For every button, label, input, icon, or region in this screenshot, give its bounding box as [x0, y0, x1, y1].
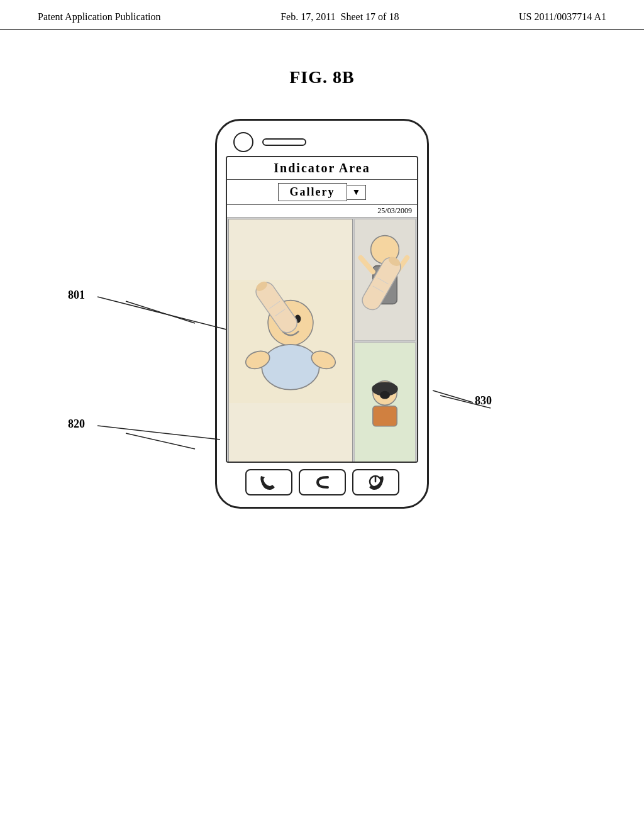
phone-device: Indicator Area Gallery ▼ 25/03/2009 — [215, 119, 429, 509]
phone-speaker-icon — [262, 138, 306, 146]
header-center: Feb. 17, 2011 Sheet 17 of 18 — [280, 11, 399, 23]
svg-point-6 — [295, 315, 301, 323]
photo-baby-illustration — [229, 219, 352, 463]
header-right: US 2011/0037714 A1 — [519, 11, 606, 23]
call-button[interactable] — [245, 469, 292, 495]
svg-point-4 — [268, 301, 313, 346]
phone-camera-icon — [233, 132, 253, 152]
svg-point-7 — [262, 345, 319, 390]
photo-person-illustration — [355, 219, 415, 340]
date-bar: 25/03/2009 — [227, 205, 417, 218]
svg-line-53 — [433, 390, 473, 402]
call-icon — [256, 473, 281, 491]
indicator-area: Indicator Area — [227, 157, 417, 180]
svg-line-51 — [97, 297, 226, 329]
svg-rect-12 — [373, 266, 397, 304]
photo-cell-top-right — [354, 219, 416, 341]
phone-top-bar — [226, 130, 418, 156]
svg-point-11 — [371, 236, 399, 264]
svg-point-19 — [380, 391, 390, 399]
photo-cell-large — [228, 219, 353, 463]
phone-bottom-buttons — [226, 463, 418, 498]
header-left: Patent Application Publication — [38, 11, 161, 23]
phone-screen: Indicator Area Gallery ▼ 25/03/2009 — [226, 156, 418, 463]
power-button[interactable] — [352, 469, 399, 495]
photo-cell-child — [354, 342, 416, 463]
photo-grid — [227, 218, 417, 463]
power-icon — [363, 473, 388, 491]
page-header: Patent Application Publication Feb. 17, … — [0, 0, 644, 30]
gallery-bar: Gallery ▼ — [227, 180, 417, 205]
svg-line-52 — [97, 426, 220, 440]
figure-title: FIG. 8B — [0, 67, 644, 87]
gallery-label: Gallery — [278, 183, 347, 201]
svg-rect-18 — [373, 406, 397, 426]
label-830: 830 — [475, 394, 492, 407]
diagram-area: Indicator Area Gallery ▼ 25/03/2009 — [0, 106, 644, 641]
label-820: 820 — [68, 418, 85, 431]
photo-child-illustration — [355, 343, 415, 463]
gallery-dropdown-arrow: ▼ — [347, 185, 367, 200]
phone-shell: Indicator Area Gallery ▼ 25/03/2009 — [215, 119, 429, 509]
home-button[interactable] — [299, 469, 346, 495]
home-icon — [311, 473, 333, 491]
label-801: 801 — [68, 289, 85, 302]
svg-point-5 — [280, 315, 287, 323]
